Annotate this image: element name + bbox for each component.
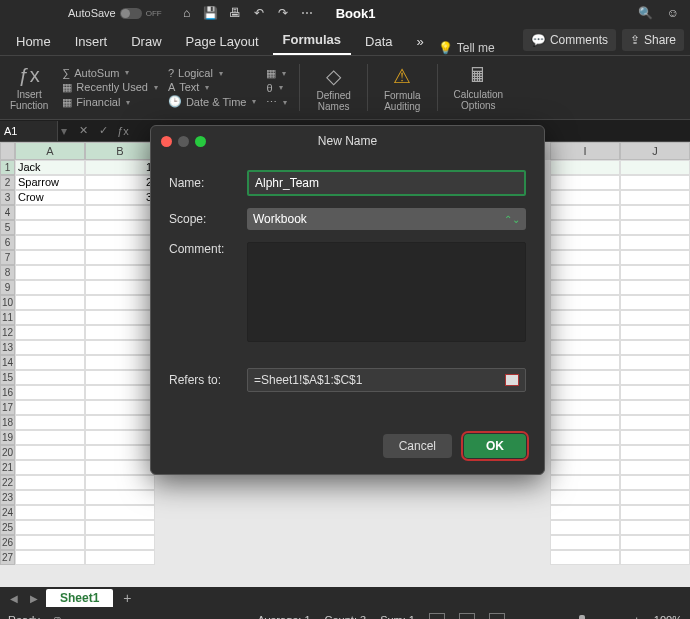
cell[interactable] <box>620 445 690 460</box>
normal-view-icon[interactable] <box>429 613 445 619</box>
cell[interactable] <box>550 220 620 235</box>
tell-me[interactable]: 💡 Tell me <box>438 41 495 55</box>
row-header[interactable]: 10 <box>0 295 15 310</box>
cell[interactable] <box>15 265 85 280</box>
cell[interactable] <box>620 520 690 535</box>
cell[interactable] <box>15 295 85 310</box>
cell[interactable] <box>85 235 155 250</box>
cell[interactable] <box>15 445 85 460</box>
row-header[interactable]: 21 <box>0 460 15 475</box>
cell[interactable]: 1 <box>85 160 155 175</box>
save-icon[interactable]: 💾 <box>202 4 220 22</box>
cell[interactable] <box>620 475 690 490</box>
cell[interactable] <box>550 460 620 475</box>
cell[interactable] <box>620 325 690 340</box>
logical-button[interactable]: ?Logical <box>168 67 257 79</box>
cell[interactable] <box>620 505 690 520</box>
row-header[interactable]: 22 <box>0 475 15 490</box>
cell[interactable] <box>550 325 620 340</box>
cell[interactable] <box>620 295 690 310</box>
text-button[interactable]: AText <box>168 81 257 93</box>
cell[interactable] <box>550 205 620 220</box>
row-header[interactable]: 26 <box>0 535 15 550</box>
row-header[interactable]: 1 <box>0 160 15 175</box>
cell[interactable] <box>85 475 155 490</box>
range-picker-icon[interactable] <box>505 374 519 386</box>
cell[interactable] <box>85 265 155 280</box>
cell[interactable] <box>620 265 690 280</box>
cell[interactable] <box>550 520 620 535</box>
cell[interactable] <box>550 280 620 295</box>
insert-function-button[interactable]: ƒx InsertFunction <box>6 60 52 115</box>
cell[interactable] <box>550 550 620 565</box>
cell[interactable] <box>620 400 690 415</box>
dialog-titlebar[interactable]: New Name <box>151 126 544 156</box>
defined-names-button[interactable]: ◇ DefinedNames <box>312 60 354 115</box>
more-functions-button[interactable]: ⋯ <box>266 96 287 109</box>
cell[interactable] <box>85 520 155 535</box>
cell[interactable] <box>15 340 85 355</box>
cell[interactable] <box>15 205 85 220</box>
page-layout-view-icon[interactable] <box>459 613 475 619</box>
row-header[interactable]: 14 <box>0 355 15 370</box>
zoom-in-button[interactable]: + <box>633 614 639 619</box>
row-header[interactable]: 15 <box>0 370 15 385</box>
undo-icon[interactable]: ↶ <box>250 4 268 22</box>
add-sheet-button[interactable]: + <box>117 590 137 606</box>
cell[interactable] <box>85 370 155 385</box>
cell[interactable] <box>15 490 85 505</box>
cell[interactable] <box>85 490 155 505</box>
share-button[interactable]: ⇪ Share <box>622 29 684 51</box>
cancel-button[interactable]: Cancel <box>383 434 452 458</box>
row-header[interactable]: 13 <box>0 340 15 355</box>
row-header[interactable]: 2 <box>0 175 15 190</box>
recently-used-button[interactable]: ▦Recently Used <box>62 81 158 94</box>
cell[interactable] <box>550 235 620 250</box>
cell[interactable] <box>15 220 85 235</box>
ok-button[interactable]: OK <box>464 434 526 458</box>
cell[interactable]: Crow <box>15 190 85 205</box>
cell[interactable] <box>85 400 155 415</box>
math-button[interactable]: θ <box>266 82 287 94</box>
tab-data[interactable]: Data <box>355 28 402 55</box>
account-icon[interactable]: ☺ <box>664 4 682 22</box>
cell[interactable] <box>550 370 620 385</box>
cell[interactable]: Sparrow <box>15 175 85 190</box>
tab-draw[interactable]: Draw <box>121 28 171 55</box>
print-icon[interactable]: 🖶 <box>226 4 244 22</box>
autosum-button[interactable]: ∑AutoSum <box>62 67 158 79</box>
row-header[interactable]: 7 <box>0 250 15 265</box>
cell[interactable]: 3 <box>85 190 155 205</box>
cell[interactable] <box>15 280 85 295</box>
cell[interactable] <box>550 250 620 265</box>
cell[interactable] <box>85 460 155 475</box>
cell[interactable] <box>15 430 85 445</box>
cell[interactable] <box>85 295 155 310</box>
fx-bar-icon[interactable]: ƒx <box>114 122 132 140</box>
cell[interactable] <box>550 535 620 550</box>
financial-button[interactable]: ▦Financial <box>62 96 158 109</box>
row-header[interactable]: 4 <box>0 205 15 220</box>
enter-formula-icon[interactable]: ✓ <box>94 122 112 140</box>
cell[interactable] <box>620 355 690 370</box>
tab-insert[interactable]: Insert <box>65 28 118 55</box>
accessibility-icon[interactable]: ⎚ <box>54 614 61 619</box>
cell[interactable] <box>620 205 690 220</box>
row-header[interactable]: 6 <box>0 235 15 250</box>
col-header-b[interactable]: B <box>85 142 155 160</box>
tab-formulas[interactable]: Formulas <box>273 26 352 55</box>
row-header[interactable]: 3 <box>0 190 15 205</box>
row-header[interactable]: 27 <box>0 550 15 565</box>
scope-select[interactable]: Workbook ⌃⌄ <box>247 208 526 230</box>
cell[interactable]: Jack <box>15 160 85 175</box>
cell[interactable] <box>85 535 155 550</box>
cell[interactable] <box>85 385 155 400</box>
zoom-out-button[interactable]: − <box>519 614 525 619</box>
name-box[interactable]: A1 <box>0 121 58 141</box>
cell[interactable] <box>15 415 85 430</box>
tab-home[interactable]: Home <box>6 28 61 55</box>
cancel-formula-icon[interactable]: ✕ <box>74 122 92 140</box>
cell[interactable] <box>15 505 85 520</box>
formula-auditing-button[interactable]: ⚠ FormulaAuditing <box>380 60 425 115</box>
cell[interactable] <box>550 265 620 280</box>
